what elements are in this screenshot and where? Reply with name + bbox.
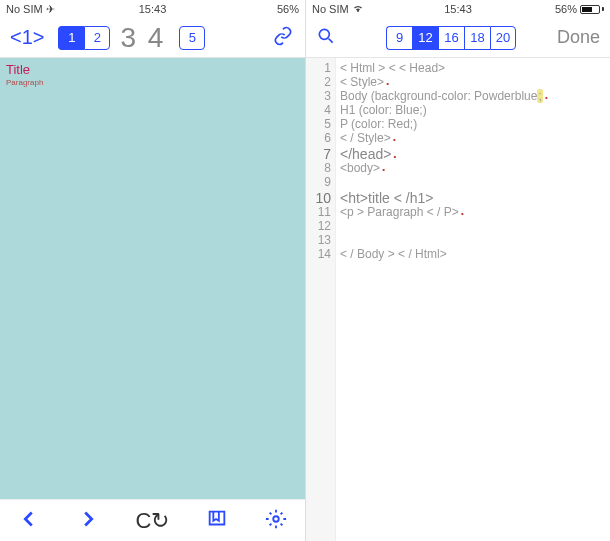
code-line[interactable]: <p > Paragraph < / P> • <box>340 206 606 220</box>
settings-icon[interactable] <box>265 508 287 534</box>
forward-icon[interactable] <box>77 508 99 534</box>
link-icon[interactable] <box>273 26 293 50</box>
code-line[interactable]: < Html > < < Head> <box>340 62 606 76</box>
code-line[interactable] <box>340 234 606 248</box>
preview-toolbar: <1> 1 2 3 4 5 <box>0 18 305 58</box>
done-button[interactable]: Done <box>557 27 604 48</box>
seg-btn-1[interactable]: 1 <box>58 26 84 50</box>
seg-btn-2[interactable]: 2 <box>84 26 110 50</box>
line-number: 13 <box>306 234 331 248</box>
code-line[interactable]: </head> • <box>340 146 606 162</box>
code-line[interactable]: <ht>title < /h1> <box>340 190 606 206</box>
line-number: 2 <box>306 76 331 90</box>
code-lines[interactable]: < Html > < < Head>< Style> •Body (backgr… <box>336 58 610 541</box>
back-icon[interactable] <box>18 508 40 534</box>
line-number: 9 <box>306 176 331 190</box>
line-number: 7 <box>306 146 331 162</box>
code-line[interactable]: < / Body > < / Html> <box>340 248 606 262</box>
preview-title: Title <box>6 62 299 77</box>
line-number: 10 <box>306 190 331 206</box>
battery-icon <box>580 5 604 14</box>
clock: 15:43 <box>139 3 167 15</box>
font-18[interactable]: 18 <box>464 26 490 50</box>
font-12[interactable]: 12 <box>412 26 438 50</box>
line-gutter: 1234567891011121314 <box>306 58 336 541</box>
airplane-icon: ✈ <box>46 3 55 16</box>
editor-pane: No SIM 15:43 56% 9 12 16 18 20 Done 1234… <box>305 0 610 541</box>
search-icon[interactable] <box>312 26 340 50</box>
code-line[interactable]: < Style> • <box>340 76 606 90</box>
font-20[interactable]: 20 <box>490 26 516 50</box>
carrier-label: No SIM <box>312 3 349 15</box>
editor-toolbar: 9 12 16 18 20 Done <box>306 18 610 58</box>
line-number: 4 <box>306 104 331 118</box>
font-9[interactable]: 9 <box>386 26 412 50</box>
code-line[interactable]: Body (background-color: Powderblue; • <box>340 90 606 104</box>
status-bar-left: No SIM ✈ 15:43 56% <box>0 0 305 18</box>
line-number: 6 <box>306 132 331 146</box>
line-number: 11 <box>306 206 331 220</box>
battery-percent: 56% <box>277 3 299 15</box>
code-line[interactable]: P (color: Red;) <box>340 118 606 132</box>
tag-button[interactable]: <1> <box>6 26 48 49</box>
bookmarks-icon[interactable] <box>206 508 228 534</box>
wifi-icon <box>352 3 364 15</box>
status-bar-right: No SIM 15:43 56% <box>306 0 610 18</box>
battery-percent: 56% <box>555 3 577 15</box>
svg-point-0 <box>273 516 279 522</box>
heading-size-display: 3 4 <box>120 22 165 54</box>
line-number: 14 <box>306 248 331 262</box>
preview-paragraph: Paragraph <box>6 78 299 87</box>
line-number: 1 <box>306 62 331 76</box>
code-line[interactable] <box>340 220 606 234</box>
svg-line-2 <box>329 38 333 42</box>
code-editor[interactable]: 1234567891011121314 < Html > < < Head>< … <box>306 58 610 541</box>
left-segment-2: 5 <box>179 26 205 50</box>
left-segment: 1 2 <box>58 26 110 50</box>
font-16[interactable]: 16 <box>438 26 464 50</box>
line-number: 8 <box>306 162 331 176</box>
line-number: 12 <box>306 220 331 234</box>
code-line[interactable] <box>340 176 606 190</box>
html-preview: Title Paragraph <box>0 58 305 499</box>
refresh-icon[interactable]: C↻ <box>136 508 170 534</box>
line-number: 3 <box>306 90 331 104</box>
line-number: 5 <box>306 118 331 132</box>
clock: 15:43 <box>444 3 472 15</box>
bottom-toolbar: C↻ <box>0 499 305 541</box>
font-size-segment: 9 12 16 18 20 <box>386 26 516 50</box>
preview-pane: No SIM ✈ 15:43 56% <1> 1 2 3 4 5 Title P… <box>0 0 305 541</box>
code-line[interactable]: H1 (color: Blue;) <box>340 104 606 118</box>
code-line[interactable]: <body> • <box>340 162 606 176</box>
seg-btn-5[interactable]: 5 <box>179 26 205 50</box>
carrier-label: No SIM <box>6 3 43 15</box>
svg-point-1 <box>319 29 329 39</box>
code-line[interactable]: < / Style> • <box>340 132 606 146</box>
